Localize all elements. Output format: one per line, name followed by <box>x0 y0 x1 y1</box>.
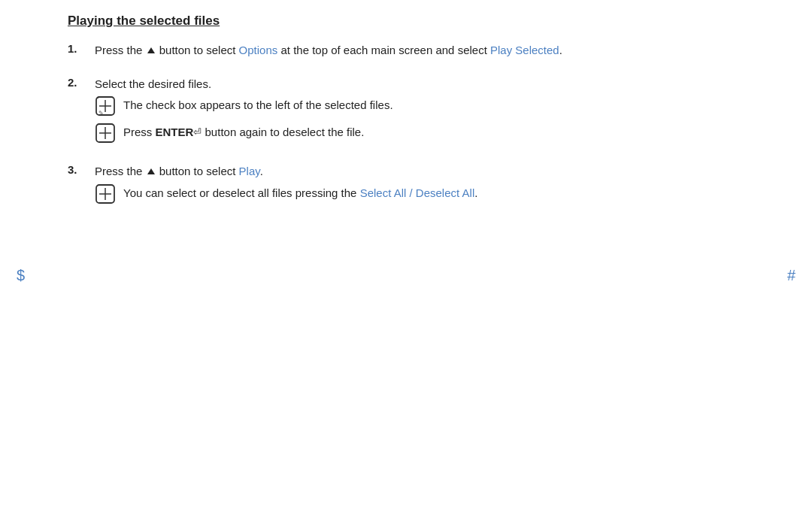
note-2-2-text: Press ENTER ⏎ button again to deselect t… <box>123 124 692 141</box>
triangle-up-icon <box>147 47 155 53</box>
step-3-notes: You can select or deselect all files pre… <box>95 185 692 206</box>
options-link[interactable]: Options <box>239 44 278 56</box>
play-selected-link[interactable]: Play Selected <box>490 44 559 56</box>
enter-icon: ⏎ <box>193 125 201 140</box>
step-3-text: Press the button to select Play. <box>95 163 692 180</box>
note-2-1: ✎ The check box appears to the left of t… <box>95 97 692 118</box>
step-3-number: 3. <box>68 163 90 176</box>
note-3-1-text: You can select or deselect all files pre… <box>123 185 692 202</box>
note-icon-1: ✎ <box>95 95 116 117</box>
step-3: 3. Press the button to select Play. <box>68 163 692 212</box>
triangle-up-icon-2 <box>147 168 155 174</box>
step-2-number: 2. <box>68 76 90 89</box>
svg-text:✎: ✎ <box>98 110 104 117</box>
note-2-1-text: The check box appears to the left of the… <box>123 97 692 114</box>
step-1-content: Press the button to select Options at th… <box>95 42 692 64</box>
note-icon-3 <box>95 183 116 204</box>
step-2-text: Select the desired files. <box>95 76 692 93</box>
page-title: Playing the selected files <box>68 14 692 29</box>
play-link[interactable]: Play <box>239 165 260 177</box>
main-content: Playing the selected files 1. Press the … <box>0 0 737 239</box>
step-2-content: Select the desired files. ✎ <box>95 76 692 152</box>
step-1-text: Press the button to select Options at th… <box>95 42 692 59</box>
step-1-number: 1. <box>68 42 90 55</box>
note-icon-2 <box>95 123 116 144</box>
enter-bold: ENTER <box>156 126 194 138</box>
steps-list: 1. Press the button to select Options at… <box>68 42 692 212</box>
note-2-2: Press ENTER ⏎ button again to deselect t… <box>95 124 692 145</box>
step-1: 1. Press the button to select Options at… <box>68 42 692 64</box>
step-2: 2. Select the desired files. ✎ <box>68 76 692 152</box>
note-3-1: You can select or deselect all files pre… <box>95 185 692 206</box>
step-2-notes: ✎ The check box appears to the left of t… <box>95 97 692 145</box>
select-all-link[interactable]: Select All / Deselect All <box>360 186 475 199</box>
step-3-content: Press the button to select Play. You can… <box>95 163 692 212</box>
dollar-sign: $ <box>17 267 25 284</box>
hash-sign: # <box>787 267 795 284</box>
